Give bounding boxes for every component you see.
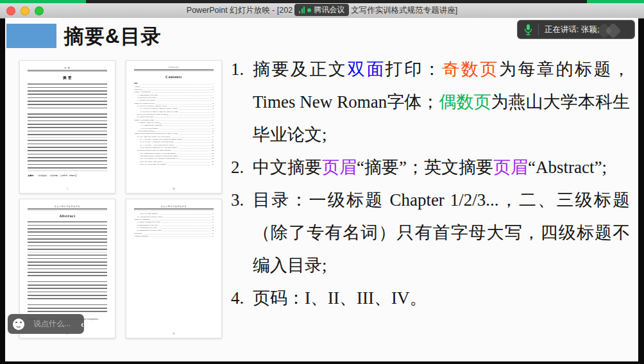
page-number: IV bbox=[126, 333, 221, 335]
chat-input[interactable]: 说点什么... bbox=[33, 318, 71, 329]
window-title: PowerPoint 幻灯片放映 - [202 腾讯会议 文写作实训格式规范专题… bbox=[187, 5, 457, 16]
collapse-chevron-icon[interactable]: ‹ bbox=[80, 320, 85, 329]
page-header: 燕山大学本科生毕业论文 bbox=[28, 205, 107, 208]
emoji-icon[interactable] bbox=[13, 318, 24, 330]
slide-accent-block bbox=[6, 24, 56, 48]
meeting-pill-label: 腾讯会议 bbox=[314, 4, 344, 15]
text-lines bbox=[28, 281, 107, 302]
text-lines bbox=[28, 304, 107, 315]
page-header: Contents bbox=[134, 67, 214, 69]
thumbnail-abstract-cn: 摘 要 摘 要 关键词： 《功夫熊猫》；神话原型；人物角色；原型对应 I bbox=[19, 60, 115, 194]
close-button[interactable] bbox=[6, 6, 15, 15]
rule-text: 摘要及正文双面打印：奇数页为每章的标题，Times New Roman字体；偶数… bbox=[253, 53, 630, 151]
text-lines bbox=[28, 140, 107, 170]
rule-item: 4.页码：I、II、III、IV。 bbox=[231, 282, 630, 315]
toc-list: 摘要IAbstractIIContentsIIIChapter 1 Introd… bbox=[134, 82, 214, 165]
abstract-cn-title: 摘 要 bbox=[28, 76, 107, 80]
rule-item: 2.中文摘要页眉“摘要”；英文摘要页眉“Abstract”; bbox=[231, 151, 630, 184]
toc-list: 4.2.6 Tai Lung: Shadow304.3 Applications… bbox=[134, 212, 214, 237]
toc-row: 4.2.5 The Green Ping: The Trickster29 bbox=[134, 163, 214, 165]
audio-level-icon bbox=[299, 6, 305, 13]
window-title-right: 文写作实训格式规范专题讲座] bbox=[351, 5, 457, 16]
page-header: 燕山大学本科生毕业论文 bbox=[134, 205, 214, 208]
rule-text: 目录：一级标题 Chapter 1/2/3...，二、三级标题（除了专有名词）只… bbox=[253, 184, 630, 282]
thumbnail-contents-1: Contents Contents 摘要IAbstractIIContentsI… bbox=[126, 60, 222, 194]
abstract-en-title: Abstract bbox=[28, 214, 107, 218]
slide-canvas: 摘要&目录 摘 要 摘 要 关键词： 《功夫熊猫》；神话原型；人物角色；原型对应… bbox=[5, 18, 638, 361]
chat-bar[interactable]: 说点什么... ‹ bbox=[8, 314, 84, 334]
microphone-icon bbox=[524, 24, 532, 36]
rule-text: 页码：I、II、III、IV。 bbox=[253, 282, 630, 315]
rule-number: 4. bbox=[231, 282, 253, 315]
thumbnail-contents-2: 燕山大学本科生毕业论文 4.2.6 Tai Lung: Shadow304.3 … bbox=[126, 199, 222, 338]
rule-item: 1.摘要及正文双面打印：奇数页为每章的标题，Times New Roman字体；… bbox=[231, 53, 630, 151]
zoom-button[interactable] bbox=[35, 6, 44, 15]
page-number: III bbox=[126, 188, 221, 190]
window-titlebar: PowerPoint 幻灯片放映 - [202 腾讯会议 文写作实训格式规范专题… bbox=[0, 3, 644, 19]
keywords-text: 《功夫熊猫》；神话原型；人物角色；原型对应 bbox=[37, 174, 77, 177]
speaking-label: 正在讲话: 张颖; bbox=[545, 24, 599, 35]
meeting-logo-watermark bbox=[597, 23, 625, 38]
window-title-left: PowerPoint 幻灯片放映 - [202 bbox=[187, 5, 292, 16]
minimize-button[interactable] bbox=[21, 6, 30, 15]
rule-number: 1. bbox=[231, 53, 253, 151]
shared-screen: PowerPoint 幻灯片放映 - [202 腾讯会议 文写作实训格式规范专题… bbox=[0, 0, 644, 364]
text-lines bbox=[28, 254, 107, 278]
traffic-lights bbox=[6, 3, 44, 18]
rule-item: 3.目录：一级标题 Chapter 1/2/3...，二、三级标题（除了专有名词… bbox=[231, 184, 630, 282]
text-lines bbox=[28, 221, 107, 252]
rule-number: 3. bbox=[231, 184, 253, 282]
toc-row: Acknowledgements37 bbox=[134, 235, 214, 237]
contents-title: Contents bbox=[134, 75, 214, 79]
text-lines bbox=[28, 113, 107, 137]
page-header: 摘 要 bbox=[28, 67, 107, 69]
badge-divider bbox=[538, 24, 539, 35]
online-dot-icon bbox=[307, 8, 311, 12]
page-number: I bbox=[20, 188, 115, 190]
keywords-label: 关键词： bbox=[28, 174, 35, 177]
rules-list: 1.摘要及正文双面打印：奇数页为每章的标题，Times New Roman字体；… bbox=[231, 53, 630, 315]
speaking-indicator-badge: 正在讲话: 张颖; bbox=[517, 20, 635, 39]
text-lines bbox=[28, 83, 107, 111]
rule-text: 中文摘要页眉“摘要”；英文摘要页眉“Abstract”; bbox=[253, 151, 630, 184]
slide-title: 摘要&目录 bbox=[64, 23, 161, 50]
meeting-status-pill[interactable]: 腾讯会议 bbox=[294, 4, 349, 16]
keywords-row: 关键词： 《功夫熊猫》；神话原型；人物角色；原型对应 bbox=[28, 174, 107, 177]
rule-number: 2. bbox=[231, 151, 253, 184]
